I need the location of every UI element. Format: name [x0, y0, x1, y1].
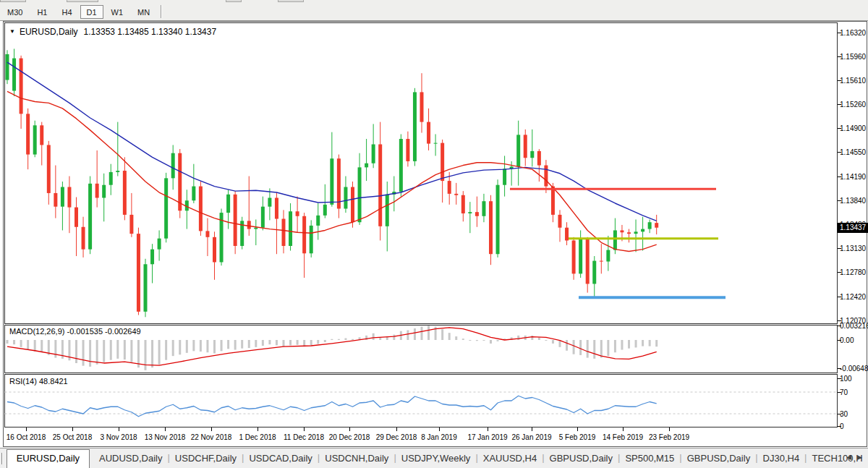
rsi-tick-label: 30 [840, 410, 848, 418]
candle-body [627, 232, 631, 234]
macd-histogram-bar [130, 340, 132, 362]
macd-histogram-bar [462, 339, 464, 340]
macd-tick-label: 0.00 [840, 336, 854, 344]
tab-gbpusd-daily[interactable]: GBPUSD,Daily [540, 450, 622, 467]
macd-histogram-bar [206, 340, 208, 352]
candle-body [102, 185, 106, 198]
mt4-window: M30H1H4D1W1MN 1.163201.159601.156101.152… [0, 0, 868, 468]
macd-histogram-bar [317, 340, 319, 344]
candle-body [586, 239, 590, 284]
tabbar-grip[interactable] [1, 453, 3, 464]
candle-body [192, 187, 195, 201]
macd-histogram-bar [110, 340, 112, 360]
tab-eurusd-daily[interactable]: EURUSD,Daily [7, 449, 90, 468]
macd-histogram-bar [234, 340, 237, 350]
tab-scroll-arrows: ◀▶ [843, 454, 865, 461]
candle-body [20, 59, 23, 114]
price-tick-label: 1.13130 [840, 244, 867, 252]
macd-histogram-bar [545, 340, 547, 341]
candle-body [551, 187, 555, 215]
candle-body [454, 194, 458, 195]
tab-usdcnh-daily[interactable]: USDCNH,Daily [315, 450, 398, 467]
chevron-down-icon[interactable]: ▼ [9, 28, 15, 35]
candle-body [600, 261, 603, 262]
candle-body [641, 229, 644, 232]
date-tick-label: 3 Nov 2018 [100, 433, 137, 441]
candle-body [434, 143, 438, 144]
candle-body [75, 208, 78, 227]
candle-body [310, 226, 313, 253]
candle-body [40, 125, 43, 145]
candle-body [537, 151, 541, 166]
tab-usdchf-daily[interactable]: USDCHF,Daily [166, 450, 246, 467]
candle-body [205, 231, 209, 237]
chart-symbol-label: EURUSD,Daily [20, 27, 78, 37]
candle-body [358, 167, 362, 222]
macd-histogram-bar [41, 340, 43, 352]
candle-body [475, 212, 479, 216]
tab-dj30-h4[interactable]: DJ30,H4 [754, 450, 809, 467]
macd-histogram-bar [221, 340, 223, 351]
tab-usdjpy-weekly[interactable]: USDJPY,Weekly [392, 450, 480, 467]
macd-histogram-bar [34, 340, 36, 352]
tab-audusd-daily[interactable]: AUDUSD,Daily [90, 450, 171, 467]
macd-histogram-bar [54, 340, 56, 358]
price-tick-label: 1.15260 [840, 101, 867, 109]
macd-histogram-bar [573, 340, 575, 354]
tab-gbpusd-daily[interactable]: GBPUSD,Daily [678, 450, 760, 467]
rsi-tick-label: 70 [840, 388, 848, 396]
price-tick-label: 1.15960 [840, 53, 867, 61]
candle-body [351, 187, 354, 223]
macd-histogram-bar [497, 340, 499, 341]
candle-body [116, 171, 119, 172]
date-tick-label: 14 Feb 2019 [603, 433, 644, 441]
macd-tick-label: 0.003216 [840, 322, 868, 330]
candle-body [634, 231, 638, 234]
candle-body [26, 114, 30, 154]
candle-body [6, 54, 9, 80]
date-tick-label: 13 Nov 2018 [145, 433, 186, 441]
chart-title: ▼EURUSD,Daily1.13353 1.13485 1.13340 1.1… [9, 27, 216, 37]
tab-sp500-m15[interactable]: SP500,M15 [616, 450, 684, 467]
candle-body [268, 197, 271, 206]
macd-histogram-bar [297, 340, 299, 345]
candle-body [378, 145, 382, 226]
macd-histogram-bar [241, 340, 243, 349]
macd-histogram-bar [393, 335, 395, 340]
tab-xauusd-h4[interactable]: XAUUSD,H4 [474, 450, 546, 467]
candle-body [558, 215, 562, 228]
macd-indicator-label: MACD(12,26,9) -0.001535 -0.002649 [9, 327, 141, 336]
candle-body [150, 250, 154, 265]
candle-body [282, 219, 286, 246]
macd-histogram-bar [158, 340, 161, 365]
tab-usdcad-daily[interactable]: USDCAD,Daily [239, 450, 321, 467]
candle-body [213, 237, 216, 263]
chart-canvas[interactable]: 1.163201.159601.156101.152601.149001.145… [0, 0, 868, 448]
candle-body [344, 187, 347, 209]
candle-body [67, 187, 71, 208]
macd-histogram-bar [649, 340, 651, 346]
candle-body [572, 240, 576, 273]
tab-scroll-right-icon[interactable]: ▶ [857, 454, 862, 461]
candle-body [33, 125, 37, 154]
macd-histogram-bar [116, 340, 119, 359]
candle-body [302, 216, 306, 254]
macd-histogram-bar [124, 340, 126, 359]
candle-body [648, 222, 652, 229]
macd-histogram-bar [7, 340, 9, 344]
date-tick-label: 11 Dec 2018 [284, 433, 324, 441]
macd-histogram-bar [96, 340, 98, 365]
price-tick-label: 1.13840 [840, 197, 867, 205]
candle-body [441, 143, 444, 181]
candle-body [82, 227, 85, 250]
macd-histogram-bar [213, 340, 216, 353]
candle-body [47, 145, 51, 192]
candle-body [226, 195, 230, 213]
candle-body [372, 145, 375, 163]
chart-tab-bar: EURUSD,DailyAUDUSD,Daily|USDCHF,Daily|US… [0, 448, 868, 468]
candle-body [524, 135, 527, 158]
tab-scroll-left-icon[interactable]: ◀ [846, 454, 851, 461]
candle-body [144, 264, 148, 312]
macd-tick-label: -0.006485 [840, 365, 868, 373]
macd-histogram-bar [186, 340, 188, 353]
